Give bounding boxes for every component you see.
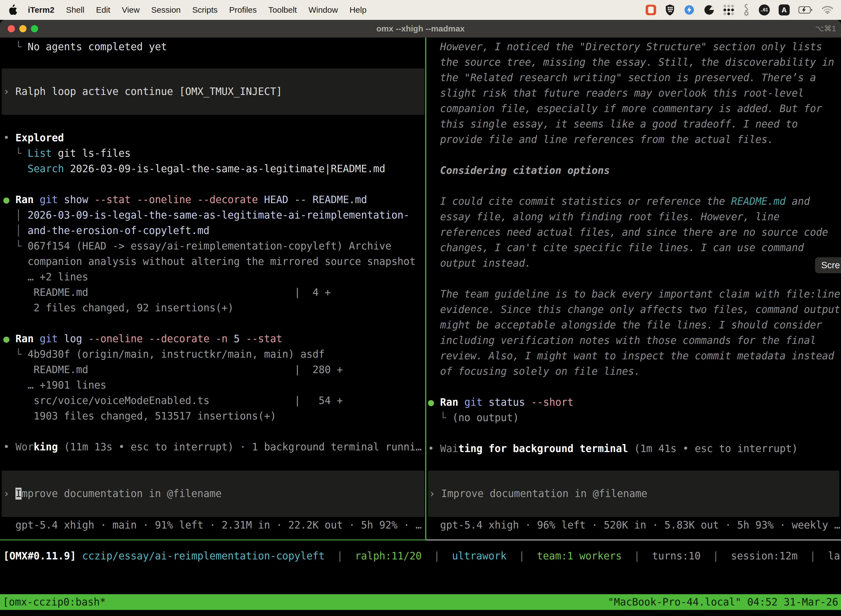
menu-item-view[interactable]: View (116, 5, 145, 14)
terminal-line: I could cite commit statistics or refere… (428, 194, 840, 209)
terminal-line: │ 2026-03-09-is-legal-the-same-as-legiti… (3, 208, 422, 223)
dots-grid-icon[interactable] (724, 5, 734, 15)
terminal-line (428, 425, 840, 441)
terminal-line: 1903 files changed, 513517 insertions(+) (3, 408, 422, 424)
terminal-line (428, 379, 840, 395)
terminal-line: this single essay, it seems like a good … (428, 116, 840, 132)
left-pane-lines: • Explored └ List git ls-files Search 20… (3, 130, 422, 455)
terminal-line: ● Ran git log --oneline --decorate -n 5 … (3, 331, 422, 347)
badge-61-label: ..61 (761, 7, 768, 12)
terminal-line: Considering citation options (428, 163, 840, 178)
terminal-line: README.md | 280 + (3, 362, 422, 378)
right-pane-lines: However, I noticed the "Directory Struct… (428, 39, 840, 456)
screen-share-overlay[interactable]: Scre (815, 257, 841, 273)
terminal-line: • Explored (3, 130, 422, 146)
terminal-line: └ (no output) (428, 410, 840, 425)
terminal-line: README.md | 4 + (3, 285, 422, 300)
menu-items: iTerm2ShellEditViewSessionScriptsProfile… (8, 4, 372, 15)
terminal-line: ● Ran git show --stat --oneline --decora… (3, 192, 422, 208)
menu-item-window[interactable]: Window (303, 5, 344, 14)
terminal-line: src/voice/voiceModeEnabled.ts | 54 + (3, 393, 422, 408)
terminal-line: • Waiting for background terminal (1m 41… (428, 441, 840, 456)
blue-bolt-icon[interactable] (684, 4, 695, 15)
terminal-line: output instead. (428, 255, 840, 271)
battery-icon[interactable] (799, 6, 813, 13)
shield-grid-icon[interactable] (665, 4, 675, 16)
terminal-line (428, 271, 840, 286)
terminal-line: However, I noticed the "Directory Struct… (428, 39, 840, 55)
menu-item-edit[interactable]: Edit (90, 5, 116, 14)
left-pane-top-lines: └ No agents completed yet (3, 39, 167, 55)
terminal-line (428, 178, 840, 194)
terminal-line (428, 147, 840, 163)
terminal-line: companion analysis without altering the … (3, 254, 422, 269)
terminal-line: ● Ran git status --short (428, 395, 840, 410)
terminal-line: … +2 lines (3, 269, 422, 285)
terminal-line: gpt-5.4 xhigh · 96% left · 520K in · 5.8… (440, 518, 840, 533)
terminal-window: └ No agents completed yet › Ralph loop a… (0, 38, 841, 616)
menu-item-session[interactable]: Session (145, 5, 186, 14)
terminal-line: └ 4b9d30f (origin/main, instructkr/main,… (3, 347, 422, 362)
ralph-inject-box: › Ralph loop active continue [OMX_TMUX_I… (1, 69, 424, 115)
window-title: omx --xhigh --madmax (0, 20, 841, 38)
left-input-box[interactable]: › Improve documentation in @filename (1, 471, 424, 517)
window-title-bar: omx --xhigh --madmax ⌥⌘1 (0, 20, 841, 38)
menu-item-toolbelt[interactable]: Toolbelt (263, 5, 303, 14)
left-input-line: › Improve documentation in @filename (3, 486, 221, 502)
terminal-line: └ No agents completed yet (3, 39, 167, 55)
terminal-line: gpt-5.4 xhigh · main · 91% left · 2.31M … (15, 518, 422, 533)
wifi-icon[interactable] (822, 6, 833, 14)
terminal-line: review. Also, I might want to inspect th… (428, 348, 840, 364)
terminal-line: evidence. Since this change only affects… (428, 302, 840, 317)
terminal-line: › Improve documentation in @filename (3, 486, 221, 502)
menu-status-icons: ..61 A (646, 4, 833, 16)
terminal-line: Search 2026-03-09-is-legal-the-same-as-l… (3, 161, 422, 177)
terminal-line: references need actual files, and since … (428, 224, 840, 240)
terminal-line: slight risk that future readers may over… (428, 85, 840, 101)
record-circle-icon[interactable] (703, 4, 715, 15)
menu-item-scripts[interactable]: Scripts (186, 5, 224, 14)
terminal-line: └ List git ls-files (3, 146, 422, 161)
tmux-session-label: [omx-cczip0:bash* (3, 596, 106, 608)
terminal-line: the source tree, missing the essay. Stil… (428, 55, 840, 70)
window-shortcut: ⌥⌘1 (815, 20, 836, 38)
right-input-box[interactable]: › Improve documentation in @filename (428, 471, 840, 517)
a-key-label: A (782, 6, 787, 14)
omx-status-line: [OMX#0.11.9] cczip/essay/ai-reimplementa… (3, 549, 841, 564)
terminal-line (3, 177, 422, 192)
menu-item-iterm2[interactable]: iTerm2 (22, 5, 60, 14)
menu-item-help[interactable]: Help (344, 5, 372, 14)
terminal-line (3, 316, 422, 331)
terminal-line: • Working (11m 13s • esc to interrupt) ·… (3, 439, 422, 455)
terminal-line (3, 424, 422, 439)
terminal-line: provide file and line references from th… (428, 132, 840, 147)
terminal-line: companion file, especially if more comme… (428, 101, 840, 116)
right-status-line: gpt-5.4 xhigh · 96% left · 520K in · 5.8… (440, 518, 840, 533)
macos-menu-bar: iTerm2ShellEditViewSessionScriptsProfile… (0, 0, 841, 20)
terminal-line: essay file, along with finding root file… (428, 209, 840, 224)
terminal-line: 2 files changed, 92 insertions(+) (3, 300, 422, 316)
terminal-line: The team guideline is to back every impo… (428, 286, 840, 302)
ralph-inject-line: › Ralph loop active continue [OMX_TMUX_I… (3, 84, 282, 99)
orange-chat-icon[interactable] (646, 5, 656, 15)
pane-divider[interactable] (425, 38, 426, 540)
right-input-line: › Improve documentation in @filename (429, 486, 647, 502)
terminal-line: └ 067f154 (HEAD -> essay/ai-reimplementa… (3, 238, 422, 254)
left-pane-bottom-border (0, 540, 425, 540)
terminal-line: including verification notes with those … (428, 333, 840, 348)
right-pane-bottom-border (426, 540, 841, 540)
terminal-line: the "Related research writing" section i… (428, 70, 840, 85)
terminal-line: changes, I can't cite specific file line… (428, 240, 840, 255)
menu-item-profiles[interactable]: Profiles (223, 5, 262, 14)
terminal-line: … +1901 lines (3, 378, 422, 393)
terminal-line: › Ralph loop active continue [OMX_TMUX_I… (3, 84, 282, 99)
apple-menu-icon[interactable] (8, 4, 17, 15)
terminal-line: of focusing solely on file lines. (428, 364, 840, 379)
badge-61-icon[interactable]: ..61 (759, 4, 770, 15)
terminal-line: might be acceptable alongside the file l… (428, 317, 840, 333)
left-status-line: gpt-5.4 xhigh · main · 91% left · 2.31M … (15, 518, 422, 533)
screen-share-label: Scre (821, 260, 840, 270)
menu-item-shell[interactable]: Shell (60, 5, 90, 14)
a-key-icon[interactable]: A (779, 4, 790, 15)
hook-icon[interactable] (743, 4, 750, 16)
